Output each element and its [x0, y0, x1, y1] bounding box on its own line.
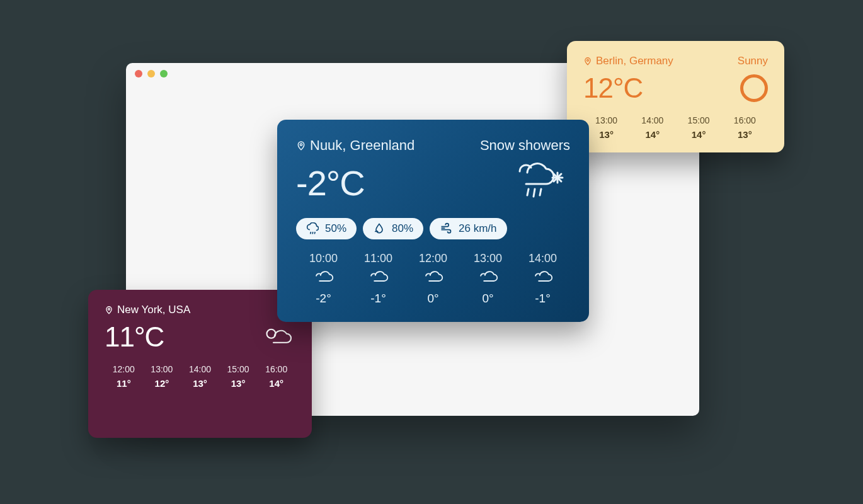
svg-point-3: [300, 144, 302, 146]
svg-point-0: [587, 59, 589, 61]
hour-slot: 15:0014°: [676, 115, 722, 140]
condition-label: Snow showers: [480, 137, 570, 154]
humidity-value: 80%: [392, 222, 413, 235]
hour-slot: 10:00 -2°: [296, 252, 351, 306]
hour-slot: 12:00 0°: [406, 252, 460, 306]
svg-line-4: [527, 189, 529, 195]
sun-icon: [740, 74, 768, 102]
hour-slot: 13:0012°: [143, 364, 181, 389]
svg-line-11: [311, 232, 311, 234]
hour-slot: 14:00 -1°: [515, 252, 570, 306]
hour-slot: 13:0013°: [583, 115, 629, 140]
precipitation-icon: [306, 222, 319, 235]
hour-slot: 12:0011°: [105, 364, 143, 389]
cloudy-icon: [312, 269, 335, 285]
hour-slot: 14:0014°: [629, 115, 675, 140]
location-label: Berlin, Germany: [596, 55, 673, 67]
svg-point-2: [267, 329, 276, 338]
wind-value: 26 km/h: [459, 222, 496, 235]
hour-slot: 16:0013°: [722, 115, 768, 140]
humidity-icon: [373, 222, 386, 235]
svg-line-6: [540, 189, 541, 195]
hour-slot: 11:00 -1°: [351, 252, 406, 306]
precip-pill: 50%: [296, 218, 357, 239]
humidity-pill: 80%: [363, 218, 423, 239]
svg-point-1: [108, 308, 110, 310]
close-icon[interactable]: [135, 70, 142, 77]
hourly-forecast: 12:0011° 13:0012° 14:0013° 15:0013° 16:0…: [105, 364, 295, 389]
current-temp: -2°C: [296, 163, 365, 203]
svg-line-13: [314, 232, 315, 234]
hour-slot: 15:0013°: [219, 364, 258, 389]
cloudy-icon: [422, 269, 445, 285]
hourly-forecast: 10:00 -2° 11:00 -1° 12:00 0° 13:00 0° 14…: [296, 252, 570, 306]
partly-cloudy-icon: [260, 323, 295, 351]
condition-label: Sunny: [738, 55, 768, 67]
cloudy-icon: [367, 269, 390, 285]
hour-slot: 16:0014°: [257, 364, 295, 389]
snow-showers-icon: [507, 159, 570, 204]
hourly-forecast: 13:0013° 14:0014° 15:0014° 16:0013°: [583, 115, 768, 140]
location-label: Nuuk, Greenland: [310, 137, 414, 154]
wind-icon: [440, 222, 452, 235]
current-temp: 12°C: [583, 72, 643, 104]
precip-value: 50%: [325, 222, 346, 235]
cloudy-icon: [532, 269, 554, 285]
location-pin-icon: [583, 57, 592, 66]
hour-slot: 14:0013°: [181, 364, 219, 389]
location-pin-icon: [105, 306, 113, 314]
cloudy-icon: [477, 269, 500, 285]
current-temp: 11°C: [105, 321, 164, 353]
wind-pill: 26 km/h: [430, 218, 506, 239]
svg-line-5: [534, 189, 535, 197]
svg-line-12: [312, 232, 313, 234]
weather-card-nuuk[interactable]: Nuuk, Greenland Snow showers -2°C 50% 80…: [277, 120, 589, 322]
location-pin-icon: [296, 140, 306, 151]
weather-card-berlin[interactable]: Berlin, Germany Sunny 12°C 13:0013° 14:0…: [567, 41, 784, 152]
maximize-icon[interactable]: [160, 70, 168, 77]
location-label: New York, USA: [117, 304, 190, 316]
weather-metrics: 50% 80% 26 km/h: [296, 218, 570, 239]
minimize-icon[interactable]: [147, 70, 155, 77]
hour-slot: 13:00 0°: [460, 252, 515, 306]
